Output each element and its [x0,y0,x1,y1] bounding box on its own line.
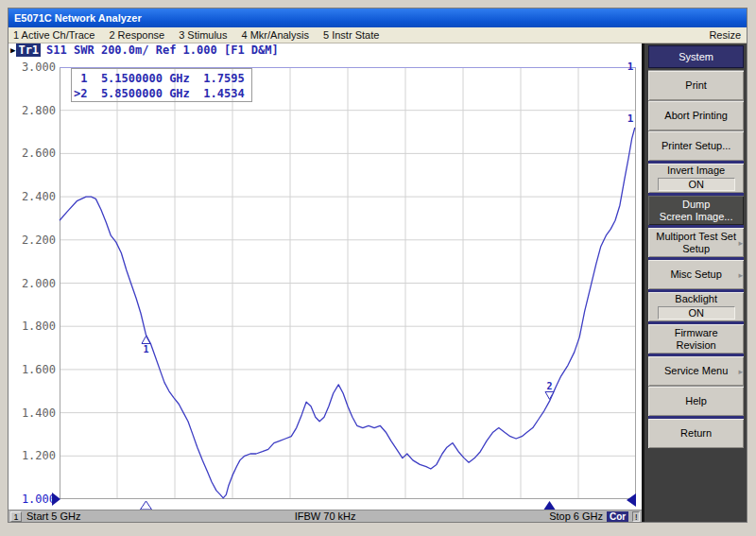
softkey-menu-title: System [648,45,744,68]
softkey-label: Service Menu [648,365,744,377]
softkey-service-menu[interactable]: Service Menu▸ [648,354,744,386]
marker-stimulus-indicator [141,501,152,510]
menu-item-resize[interactable]: Resize [709,29,747,41]
window-title: E5071C Network Analyzer [14,12,142,24]
swr-chart: 1211 [60,67,636,499]
main-row: ▶ Tr1 S11 SWR 200.0m/ Ref 1.000 [F1 D&M]… [9,43,747,522]
softkey-abort-printing[interactable]: Abort Printing [648,100,744,130]
softkey-invert-image[interactable]: Invert ImageON [648,161,744,193]
status-bar: 1 Start 5 GHz IFBW 70 kHz Stop 6 GHz Cor… [9,510,642,522]
y-axis-label: 1.800 [10,320,56,333]
softkey-print[interactable]: Print [648,70,744,100]
softkey-label-line2: Screen Image... [648,211,744,223]
marker-stimulus-indicator-active [544,501,556,510]
softkey-menu: System PrintAbort PrintingPrinter Setup.… [642,43,747,522]
start-frequency: Start 5 GHz [26,510,80,522]
softkey-label: Backlight [648,293,744,305]
softkey-label: Dump [648,199,744,211]
y-axis-label: 2.000 [10,277,56,290]
y-axis-label: 1.200 [10,449,56,462]
softkey-list: PrintAbort PrintingPrinter Setup...Inver… [648,70,744,448]
y-axis-label: 2.800 [10,104,56,117]
trace-number-label: 1 [627,112,634,125]
marker-label: 1 [143,344,148,354]
y-axis-label: 1.600 [10,363,56,376]
softkey-toggle-value: ON [658,306,735,320]
softkey-dump[interactable]: DumpScreen Image... [648,193,744,225]
status-indicator: ! [632,511,640,522]
trace-badge: Tr1 [16,43,41,57]
active-trace-arrow-icon: ▶ [10,45,15,55]
softkey-label: Invert Image [648,164,744,177]
softkey-label: Firmware [648,327,744,339]
marker-readout: 1 5.1500000 GHz 1.7595>2 5.8500000 GHz 1… [71,68,252,102]
trace-number-label: 1 [627,61,634,73]
reference-level-triangle-icon [52,493,60,506]
softkey-label: Abort Printing [648,110,744,122]
marker-readout-row: >2 5.8500000 GHz 1.4534 [74,86,251,101]
channel-number-box: 1 [10,511,22,522]
softkey-multiport-test-set[interactable]: Multiport Test SetSetup▸ [648,225,744,257]
softkey-label: Print [648,79,744,92]
menu-items: 1 Active Ch/Trace2 Response3 Stimulus4 M… [9,29,709,41]
softkey-label-line2: Revision [648,339,744,352]
y-axis-label: 1.000 [10,493,56,506]
menu-item-3-stimulus[interactable]: 3 Stimulus [179,29,227,41]
softkey-label-line2: Setup [648,243,744,255]
ifbw-readout: IFBW 70 kHz [295,510,356,522]
y-axis-label: 1.400 [10,406,56,420]
softkey-firmware[interactable]: FirmwareRevision [648,321,744,354]
menu-item-5-instr-state[interactable]: 5 Instr State [323,29,379,41]
softkey-label: Multiport Test Set [648,231,744,243]
marker-label: 2 [546,381,552,391]
submenu-arrow-icon: ▸ [738,238,743,248]
menu-bar: 1 Active Ch/Trace2 Response3 Stimulus4 M… [9,27,747,43]
softkey-label: Misc Setup [648,268,744,281]
softkey-backlight[interactable]: BacklightON [648,289,744,321]
softkey-label: Printer Setup... [648,140,744,152]
softkey-label: Return [648,427,744,440]
right-edge-triangle-icon [627,493,636,507]
trace-status-line[interactable]: ▶ Tr1 S11 SWR 200.0m/ Ref 1.000 [F1 D&M] [10,43,279,57]
softkey-misc-setup[interactable]: Misc Setup▸ [648,257,744,289]
softkey-label: Help [648,395,744,407]
correction-badge: Cor [607,511,628,522]
softkey-printer-setup[interactable]: Printer Setup... [648,130,744,161]
display-area: ▶ Tr1 S11 SWR 200.0m/ Ref 1.000 [F1 D&M]… [9,43,642,522]
submenu-arrow-icon: ▸ [738,367,743,376]
softkey-toggle-value: ON [658,178,735,191]
stop-frequency: Stop 6 GHz [549,510,603,522]
analyzer-window: E5071C Network Analyzer 1 Active Ch/Trac… [8,8,747,523]
submenu-arrow-icon: ▸ [738,270,743,280]
trace-format-text: S11 SWR 200.0m/ Ref 1.000 [F1 D&M] [46,43,279,57]
window-titlebar: E5071C Network Analyzer [9,9,747,27]
marker-readout-row: 1 5.1500000 GHz 1.7595 [74,71,251,86]
softkey-help[interactable]: Help [648,386,744,416]
y-axis-label: 2.600 [10,147,56,160]
y-axis-label: 3.000 [10,61,56,74]
menu-item-4-mkr-analysis[interactable]: 4 Mkr/Analysis [241,29,309,41]
trace-tr1 [60,128,635,498]
menu-item-1-active-ch-trace[interactable]: 1 Active Ch/Trace [13,29,94,41]
softkey-return[interactable]: Return [648,416,744,448]
y-axis-label: 2.200 [10,233,56,247]
menu-item-2-response[interactable]: 2 Response [109,29,164,41]
y-axis-label: 2.400 [10,190,56,203]
